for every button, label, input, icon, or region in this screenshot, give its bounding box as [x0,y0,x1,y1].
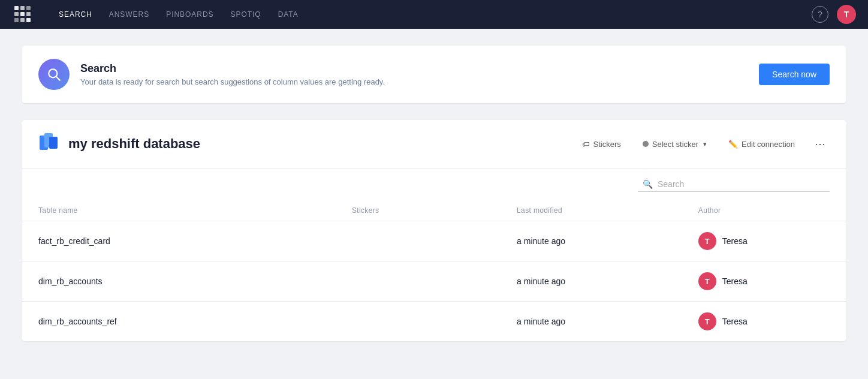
search-icon: 🔍 [643,179,653,189]
data-table: Table name Stickers Last modified Author… [22,200,846,341]
nav-pinboards[interactable]: PINBOARDS [166,10,213,19]
search-banner: Search Your data is ready for search but… [22,46,846,103]
cell-last-modified: a minute ago [500,302,682,342]
author-name: Teresa [722,276,748,286]
search-now-button[interactable]: Search now [759,64,830,85]
main-content: Search Your data is ready for search but… [0,29,868,358]
svg-rect-4 [20,12,25,16]
cell-table-name[interactable]: dim_rb_accounts_ref [22,302,335,342]
nav-spotiq[interactable]: SPOTIQ [231,10,261,19]
nav-search[interactable]: SEARCH [59,10,92,19]
cell-table-name[interactable]: dim_rb_accounts [22,261,335,302]
help-button[interactable]: ? [812,6,828,23]
author-name: Teresa [722,236,748,246]
database-actions: 🏷 Stickers Select sticker ▾ ✏️ Edit conn… [576,134,830,154]
stickers-tag-icon: 🏷 [582,140,590,149]
search-banner-text: Search Your data is ready for search but… [80,62,748,86]
pencil-icon: ✏️ [728,140,738,149]
cell-last-modified: a minute ago [500,261,682,302]
nav-right: ? T [812,5,856,24]
svg-rect-6 [14,18,19,22]
cell-stickers [335,261,500,302]
cell-last-modified: a minute ago [500,221,682,261]
cell-author: T Teresa [682,302,846,342]
stickers-label: Stickers [593,140,621,149]
search-banner-icon [38,59,70,90]
author-avatar: T [698,312,716,330]
svg-rect-2 [26,6,31,10]
table-header: Table name Stickers Last modified Author [22,200,846,221]
nav-links: SEARCH ANSWERS PINBOARDS SPOTIQ DATA [59,10,792,19]
col-header-stickers: Stickers [335,200,500,221]
table-row: fact_rb_credit_card a minute ago T Teres… [22,221,846,261]
database-section: my redshift database 🏷 Stickers Select s… [22,120,846,341]
svg-rect-5 [26,12,31,16]
svg-rect-13 [49,137,58,149]
cell-table-name[interactable]: fact_rb_credit_card [22,221,335,261]
table-search-container: 🔍 [638,177,830,192]
logo[interactable] [12,4,34,25]
select-sticker-dot-icon [643,141,649,147]
col-header-author: Author [682,200,846,221]
ellipsis-icon: ⋯ [815,137,825,151]
svg-rect-8 [26,18,31,22]
author-avatar: T [698,232,716,250]
author-name: Teresa [722,317,748,326]
stickers-button[interactable]: 🏷 Stickers [576,136,627,152]
edit-connection-label: Edit connection [742,140,795,149]
col-header-table-name: Table name [22,200,335,221]
chevron-down-icon: ▾ [703,140,707,148]
cell-stickers [335,302,500,342]
cell-author: T Teresa [682,261,846,302]
svg-rect-0 [14,6,19,10]
svg-line-10 [56,77,60,80]
nav-data[interactable]: DATA [278,10,299,19]
svg-rect-7 [20,18,25,22]
author-avatar: T [698,272,716,290]
select-sticker-label: Select sticker [652,140,698,149]
search-banner-description: Your data is ready for search but search… [80,77,748,86]
navbar: SEARCH ANSWERS PINBOARDS SPOTIQ DATA ? T [0,0,868,29]
nav-answers[interactable]: ANSWERS [109,10,149,19]
table-body: fact_rb_credit_card a minute ago T Teres… [22,221,846,342]
svg-rect-3 [14,12,19,16]
more-options-button[interactable]: ⋯ [810,134,830,154]
svg-rect-1 [20,6,25,10]
table-row: dim_rb_accounts_ref a minute ago T Teres… [22,302,846,342]
user-avatar[interactable]: T [837,5,856,24]
select-sticker-button[interactable]: Select sticker ▾ [637,136,713,152]
cell-author: T Teresa [682,221,846,261]
search-banner-title: Search [80,62,748,75]
search-input[interactable] [658,179,825,189]
edit-connection-button[interactable]: ✏️ Edit connection [722,136,801,152]
table-search-row: 🔍 [22,169,846,200]
database-header: my redshift database 🏷 Stickers Select s… [22,120,846,169]
col-header-last-modified: Last modified [500,200,682,221]
cell-stickers [335,221,500,261]
database-icon [38,132,60,156]
database-title: my redshift database [68,136,576,152]
table-row: dim_rb_accounts a minute ago T Teresa [22,261,846,302]
